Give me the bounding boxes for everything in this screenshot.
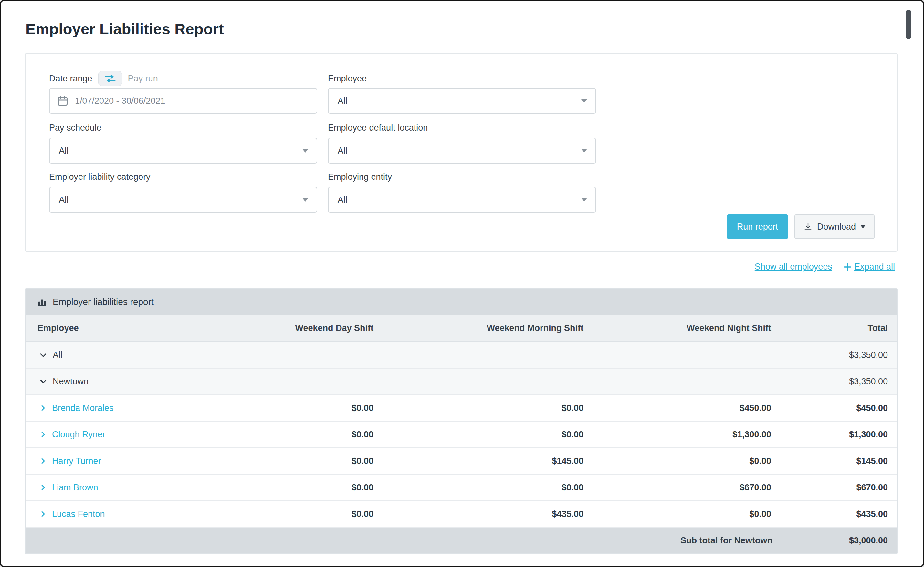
- report-actions: Show all employees Expand all: [755, 262, 895, 272]
- group-row-all[interactable]: All $3,350.00: [26, 342, 897, 368]
- chevron-down-icon[interactable]: [39, 377, 48, 386]
- pay-schedule-select[interactable]: All: [49, 138, 317, 164]
- weekend-day-shift-value: $0.00: [205, 475, 384, 501]
- filter-panel: Date range Pay run: [25, 53, 897, 252]
- table-row: Lucas Fenton $0.00 $435.00 $0.00 $435.00: [26, 501, 897, 528]
- pay-schedule-label: Pay schedule: [49, 123, 102, 133]
- employer-liability-category-select[interactable]: All: [49, 187, 317, 213]
- employer-liabilities-page: Employer Liabilities Report Date range P…: [0, 0, 924, 567]
- expand-all-link[interactable]: Expand all: [843, 262, 895, 272]
- expand-all-label: Expand all: [854, 262, 895, 272]
- column-header-weekend-night-shift: Weekend Night Shift: [594, 315, 782, 341]
- weekend-night-shift-value: $1,300.00: [594, 421, 782, 447]
- plus-icon: [843, 263, 852, 271]
- employing-entity-select-value: All: [338, 195, 347, 205]
- weekend-night-shift-value: $0.00: [594, 501, 782, 527]
- chevron-down-icon: [581, 149, 587, 153]
- calendar-icon: [57, 95, 69, 107]
- date-range-toggle-row: Date range Pay run: [49, 71, 158, 86]
- weekend-day-shift-value: $0.00: [205, 501, 384, 527]
- download-button[interactable]: Download: [795, 214, 874, 239]
- chevron-down-icon[interactable]: [39, 351, 48, 359]
- table-header-row: Employee Weekend Day Shift Weekend Morni…: [26, 315, 897, 342]
- pay-run-label[interactable]: Pay run: [128, 74, 158, 84]
- weekend-morning-shift-value: $0.00: [384, 475, 594, 501]
- weekend-day-shift-value: $0.00: [205, 421, 384, 447]
- group-total: $3,350.00: [782, 368, 897, 394]
- show-all-employees-link[interactable]: Show all employees: [755, 262, 832, 272]
- group-row-newtown[interactable]: Newtown $3,350.00: [26, 368, 897, 395]
- total-value: $1,300.00: [782, 421, 897, 447]
- weekend-day-shift-value: $0.00: [205, 448, 384, 474]
- chevron-down-icon: [302, 198, 308, 202]
- scrollbar-thumb[interactable]: [906, 10, 911, 39]
- employee-select[interactable]: All: [328, 88, 596, 114]
- date-range-value: 1/07/2020 - 30/06/2021: [75, 96, 165, 106]
- weekend-morning-shift-value: $145.00: [384, 448, 594, 474]
- group-total: $3,350.00: [782, 342, 897, 368]
- pay-schedule-select-value: All: [59, 146, 69, 156]
- employer-liabilities-table: Employer liabilities report Employee Wee…: [25, 288, 897, 554]
- employee-name-link[interactable]: Harry Turner: [52, 456, 101, 466]
- download-icon: [804, 222, 813, 231]
- chevron-right-icon[interactable]: [39, 510, 47, 518]
- chevron-down-icon: [581, 198, 587, 202]
- table-row: Liam Brown $0.00 $0.00 $670.00 $670.00: [26, 475, 897, 501]
- table-row: Clough Ryner $0.00 $0.00 $1,300.00 $1,30…: [26, 421, 897, 448]
- date-range-input[interactable]: 1/07/2020 - 30/06/2021: [49, 88, 317, 114]
- subtotal-label: Sub total for Newtown: [26, 528, 782, 553]
- show-all-employees-label: Show all employees: [755, 262, 832, 272]
- total-value: $450.00: [782, 395, 897, 421]
- employee-name-link[interactable]: Clough Ryner: [52, 430, 105, 440]
- chevron-down-icon: [581, 99, 587, 103]
- column-header-total: Total: [782, 315, 897, 341]
- download-button-label: Download: [817, 222, 856, 232]
- weekend-day-shift-value: $0.00: [205, 395, 384, 421]
- date-range-label: Date range: [49, 74, 92, 84]
- weekend-night-shift-value: $0.00: [594, 448, 782, 474]
- employee-label: Employee: [328, 74, 367, 84]
- chevron-down-icon: [302, 149, 308, 153]
- group-label: All: [52, 350, 62, 360]
- employee-default-location-label: Employee default location: [328, 123, 428, 133]
- employing-entity-select[interactable]: All: [328, 187, 596, 213]
- employing-entity-label: Employing entity: [328, 172, 392, 182]
- employee-default-location-select-value: All: [338, 146, 347, 156]
- chevron-right-icon[interactable]: [39, 457, 47, 465]
- weekend-night-shift-value: $670.00: [594, 475, 782, 501]
- employer-liability-category-select-value: All: [59, 195, 69, 205]
- group-label: Newtown: [52, 377, 88, 387]
- page-title: Employer Liabilities Report: [26, 20, 224, 38]
- table-row: Brenda Morales $0.00 $0.00 $450.00 $450.…: [26, 395, 897, 421]
- weekend-morning-shift-value: $0.00: [384, 421, 594, 447]
- table-footer-row: Sub total for Newtown $3,000.00: [26, 528, 897, 553]
- swap-arrows-icon: [104, 74, 116, 83]
- total-value: $145.00: [782, 448, 897, 474]
- column-header-employee: Employee: [26, 315, 205, 341]
- swap-mode-button[interactable]: [98, 71, 122, 86]
- employee-select-value: All: [338, 96, 347, 106]
- chevron-right-icon[interactable]: [39, 484, 47, 491]
- column-header-weekend-morning-shift: Weekend Morning Shift: [384, 315, 594, 341]
- weekend-morning-shift-value: $435.00: [384, 501, 594, 527]
- weekend-morning-shift-value: $0.00: [384, 395, 594, 421]
- subtotal-value: $3,000.00: [782, 528, 897, 553]
- chevron-down-icon: [860, 225, 866, 228]
- table-titlebar: Employer liabilities report: [26, 289, 897, 315]
- bar-chart-icon: [37, 297, 47, 307]
- employee-name-link[interactable]: Lucas Fenton: [52, 509, 105, 519]
- employee-default-location-select[interactable]: All: [328, 138, 596, 164]
- employer-liability-category-label: Employer liability category: [49, 172, 150, 182]
- table-row: Harry Turner $0.00 $145.00 $0.00 $145.00: [26, 448, 897, 475]
- chevron-right-icon[interactable]: [39, 404, 47, 412]
- total-value: $435.00: [782, 501, 897, 527]
- chevron-right-icon[interactable]: [39, 430, 47, 438]
- table-title: Employer liabilities report: [52, 297, 154, 307]
- column-header-weekend-day-shift: Weekend Day Shift: [205, 315, 384, 341]
- filter-buttons-row: Run report Download: [26, 214, 897, 239]
- employee-name-link[interactable]: Liam Brown: [52, 483, 98, 493]
- employee-name-link[interactable]: Brenda Morales: [52, 403, 114, 413]
- weekend-night-shift-value: $450.00: [594, 395, 782, 421]
- total-value: $670.00: [782, 475, 897, 501]
- run-report-button[interactable]: Run report: [727, 214, 788, 239]
